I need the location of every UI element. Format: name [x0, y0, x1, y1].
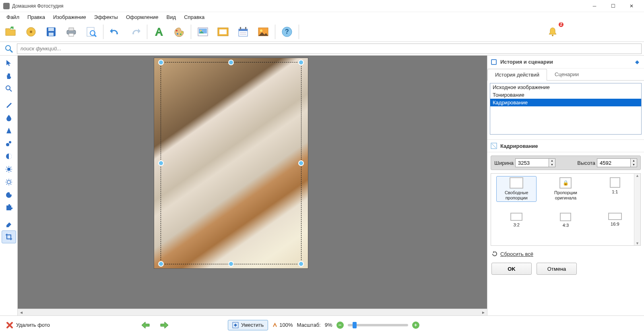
svg-point-13 [180, 33, 182, 35]
svg-point-27 [260, 29, 262, 32]
undo-icon[interactable] [105, 23, 125, 41]
zoom-out-button[interactable]: − [336, 322, 344, 329]
tab-history[interactable]: История действий [487, 69, 547, 81]
horizontal-scrollbar[interactable]: ◄► [18, 309, 487, 315]
clone-tool-icon[interactable] [2, 137, 16, 150]
batch-icon[interactable] [21, 23, 41, 41]
svg-line-32 [10, 50, 12, 52]
canvas[interactable] [18, 56, 487, 309]
preset-1-1[interactable]: 1:1 [595, 176, 635, 202]
crop-tool-icon[interactable] [2, 230, 16, 243]
svg-line-52 [6, 180, 7, 180]
zoom-in-button[interactable]: + [412, 322, 419, 329]
menu-effects[interactable]: Эффекты [90, 13, 122, 21]
puzzle-tool-icon[interactable] [2, 201, 16, 214]
preset-16-9[interactable]: 16:9 [595, 212, 635, 229]
crop-handle-bl[interactable] [158, 261, 164, 267]
bottom-bar: Удалить фото Уместить 100% Масштаб: 9% −… [0, 315, 644, 334]
color-tool-icon[interactable] [2, 189, 16, 201]
print-icon[interactable] [61, 23, 81, 41]
close-button[interactable]: ✕ [622, 0, 641, 12]
menu-image[interactable]: Изображение [49, 13, 90, 21]
calendar-icon[interactable] [233, 23, 253, 41]
crop-handle-mr[interactable] [298, 160, 304, 166]
menu-edit[interactable]: Правка [23, 13, 49, 21]
width-spin-down[interactable]: ▼ [549, 163, 555, 167]
zoom-slider-knob[interactable] [353, 322, 357, 328]
crop-handle-tc[interactable] [228, 60, 234, 65]
zoom-slider[interactable] [348, 324, 408, 326]
preview-icon[interactable] [81, 23, 101, 41]
maximize-button[interactable]: ☐ [604, 0, 622, 12]
sharpen-tool-icon[interactable] [2, 124, 16, 137]
height-spin-down[interactable]: ▼ [630, 163, 637, 167]
svg-line-45 [6, 171, 7, 172]
history-item[interactable]: Кадрирование [490, 99, 641, 106]
text-icon[interactable] [149, 23, 169, 41]
picture-icon[interactable] [193, 23, 213, 41]
history-item[interactable]: Тонирование [490, 91, 641, 99]
next-photo-button[interactable] [157, 321, 171, 330]
brush-tool-icon[interactable] [2, 98, 16, 111]
width-spin-up[interactable]: ▲ [549, 159, 555, 163]
contrast-tool-icon[interactable] [2, 150, 16, 163]
svg-line-53 [10, 184, 11, 185]
history-list[interactable]: Исходное изображение Тонирование Кадриро… [490, 83, 642, 135]
tab-scenarios[interactable]: Сценарии [547, 68, 586, 80]
help-icon[interactable]: ? [277, 23, 297, 41]
preset-4-3[interactable]: 4:3 [545, 212, 586, 229]
delete-photo-button[interactable]: Удалить фото [6, 321, 50, 329]
zoom-value: 9% [325, 322, 332, 328]
hand-tool-icon[interactable] [2, 69, 16, 82]
menu-view[interactable]: Вид [163, 13, 180, 21]
crop-handle-tr[interactable] [298, 60, 304, 65]
notifications-icon[interactable]: 2 [543, 23, 563, 41]
search-input[interactable] [17, 44, 642, 54]
fit-button[interactable]: Уместить [228, 320, 268, 330]
svg-line-34 [10, 89, 12, 91]
eraser-tool-icon[interactable] [2, 218, 16, 230]
menu-file[interactable]: Файл [2, 13, 23, 21]
menu-help[interactable]: Справка [180, 13, 208, 21]
menu-design[interactable]: Оформление [122, 13, 163, 21]
frame-icon[interactable] [213, 23, 233, 41]
crop-handle-ml[interactable] [158, 160, 164, 166]
scale-100-button[interactable]: 100% [272, 322, 293, 328]
photo-image[interactable] [154, 58, 308, 269]
reset-link[interactable]: Сбросить всё [500, 251, 533, 257]
ok-button[interactable]: OK [491, 263, 532, 275]
crop-selection[interactable] [161, 62, 301, 264]
open-folder-icon[interactable] [1, 23, 21, 41]
preset-free[interactable]: Свободные пропорции [496, 176, 537, 202]
svg-point-38 [7, 168, 10, 171]
zoom-tool-icon[interactable] [2, 82, 16, 95]
svg-rect-19 [219, 29, 227, 34]
height-spin-up[interactable]: ▲ [630, 159, 637, 163]
postcard-icon[interactable] [253, 23, 273, 41]
lighten-tool-icon[interactable] [2, 163, 16, 176]
save-icon[interactable] [41, 23, 61, 41]
height-input[interactable] [597, 159, 630, 167]
minimize-button[interactable]: ─ [585, 0, 604, 12]
pointer-tool-icon[interactable] [2, 56, 16, 69]
crop-handle-tl[interactable] [158, 60, 164, 65]
redo-icon[interactable] [125, 23, 145, 41]
presets-scrollbar[interactable]: ▲▼ [634, 174, 640, 245]
palette-icon[interactable] [169, 23, 189, 41]
preset-3-2[interactable]: 3:2 [496, 212, 537, 229]
svg-point-14 [181, 31, 183, 33]
width-input[interactable] [516, 159, 549, 167]
history-item[interactable]: Исходное изображение [490, 83, 641, 91]
cancel-button[interactable]: Отмена [537, 263, 577, 275]
crop-handle-br[interactable] [298, 261, 304, 267]
search-icon[interactable] [2, 44, 15, 53]
prev-photo-button[interactable] [138, 321, 153, 330]
svg-point-30 [552, 35, 553, 36]
darken-tool-icon[interactable] [2, 176, 16, 189]
blur-tool-icon[interactable] [2, 111, 16, 124]
preset-original[interactable]: 🔒Пропорции оригинала [545, 176, 586, 202]
crop-handle-bc[interactable] [228, 261, 234, 267]
svg-point-35 [6, 143, 9, 146]
collapse-panel-icon[interactable]: ◆ [634, 58, 641, 66]
height-label: Высота [577, 160, 595, 166]
